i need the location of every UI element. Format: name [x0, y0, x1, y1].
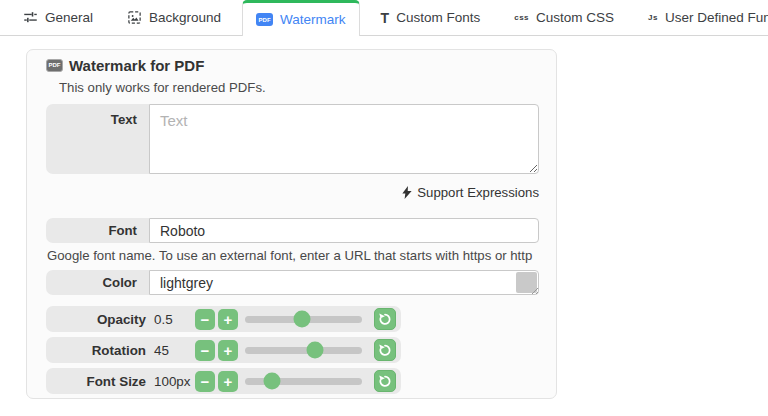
tab-background[interactable]: Background: [114, 0, 234, 35]
font-size-slider-track[interactable]: [245, 378, 362, 385]
tune-icon: [23, 10, 38, 25]
opacity-minus-button[interactable]: −: [195, 309, 215, 330]
font-size-label: Font Size: [46, 374, 146, 389]
tab-bar: General Background PDF Watermark T Custo…: [0, 0, 768, 36]
watermark-text-input[interactable]: [149, 104, 539, 174]
css-icon: css: [514, 13, 529, 22]
text-format-icon: T: [381, 10, 390, 26]
watermark-panel: PDF Watermark for PDF This only works fo…: [26, 49, 557, 399]
rotation-slider-row: Rotation 45 − +: [46, 337, 401, 363]
tab-label: General: [45, 10, 93, 25]
opacity-slider-track[interactable]: [245, 316, 362, 323]
color-input[interactable]: [149, 270, 539, 295]
opacity-slider-row: Opacity 0.5 − +: [46, 306, 401, 332]
color-field-group: Color: [46, 270, 539, 295]
text-label: Text: [46, 104, 149, 174]
opacity-reset-button[interactable]: [374, 308, 396, 330]
tab-label: User Defined Functions(Javascript): [665, 10, 768, 25]
font-label: Font: [46, 218, 149, 243]
opacity-value: 0.5: [154, 312, 195, 327]
tab-custom-fonts[interactable]: T Custom Fonts: [368, 0, 494, 35]
font-input[interactable]: [149, 218, 539, 243]
opacity-label: Opacity: [46, 312, 146, 327]
color-label: Color: [46, 270, 149, 295]
font-size-value: 100px: [154, 374, 195, 389]
pdf-icon: PDF: [46, 59, 63, 72]
panel-title: Watermark for PDF: [69, 57, 204, 74]
font-help-text: Google font name. To use an external fon…: [47, 248, 539, 263]
tab-watermark[interactable]: PDF Watermark: [242, 0, 360, 36]
font-size-plus-button[interactable]: +: [218, 371, 238, 392]
tab-custom-css[interactable]: css Custom CSS: [501, 0, 627, 35]
opacity-plus-button[interactable]: +: [218, 309, 238, 330]
tab-label: Watermark: [280, 12, 346, 27]
bolt-icon: [402, 186, 412, 199]
rotation-label: Rotation: [46, 343, 146, 358]
font-size-reset-button[interactable]: [374, 370, 396, 392]
support-expressions: Support Expressions: [46, 185, 539, 200]
tab-user-defined-functions[interactable]: Js User Defined Functions(Javascript): [635, 0, 768, 35]
tab-label: Custom Fonts: [396, 10, 480, 25]
panel-subtitle: This only works for rendered PDFs.: [59, 80, 539, 95]
font-size-minus-button[interactable]: −: [195, 371, 215, 392]
support-expressions-label: Support Expressions: [417, 185, 539, 200]
tab-label: Custom CSS: [536, 10, 614, 25]
rotation-plus-button[interactable]: +: [218, 340, 238, 361]
opacity-slider-thumb[interactable]: [294, 311, 311, 328]
rotation-reset-button[interactable]: [374, 339, 396, 361]
font-field-group: Font: [46, 218, 539, 243]
rotation-slider-track[interactable]: [245, 347, 362, 354]
text-field-group: Text: [46, 104, 539, 174]
pdf-icon: PDF: [256, 13, 273, 26]
color-input-wrap: [149, 270, 539, 295]
rotation-minus-button[interactable]: −: [195, 340, 215, 361]
panel-header: PDF Watermark for PDF: [46, 57, 539, 73]
tab-label: Background: [149, 10, 221, 25]
javascript-icon: Js: [648, 13, 658, 22]
font-size-slider-thumb[interactable]: [263, 373, 280, 390]
rotation-value: 45: [154, 343, 195, 358]
image-icon: [127, 10, 142, 25]
tab-general[interactable]: General: [10, 0, 106, 35]
rotation-slider-thumb[interactable]: [307, 342, 324, 359]
font-size-slider-row: Font Size 100px − +: [46, 368, 401, 394]
